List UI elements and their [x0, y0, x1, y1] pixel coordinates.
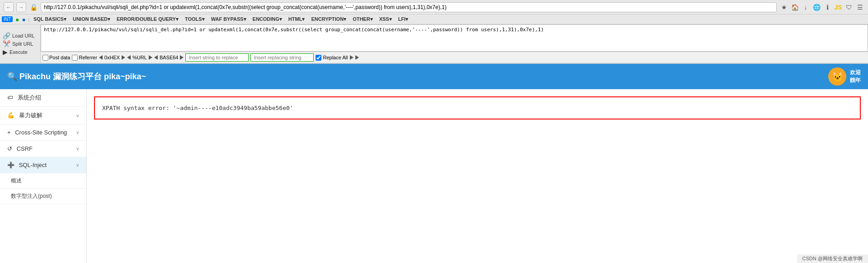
csrf-icon: ↺: [7, 145, 12, 152]
avatar: 🐱: [828, 67, 846, 86]
execute-label: Execute: [9, 49, 28, 55]
referrer-check[interactable]: [72, 55, 78, 61]
menu-error-double[interactable]: ERROR/DOUBLE QUERY▾: [114, 15, 181, 23]
site-header-right: 🐱 欢迎 靓年: [828, 67, 861, 86]
sidebar-sub-numeric-post[interactable]: 数字型注入(post): [0, 189, 86, 204]
forward-button[interactable]: →: [16, 2, 26, 12]
username-text: 靓年: [850, 77, 861, 84]
menu-tools[interactable]: TOOLS▾: [182, 15, 208, 23]
hackbar-side-buttons: 🔗 Load URL ✂️ Split URL ▶ Execute: [0, 24, 41, 63]
int-badge[interactable]: INT: [2, 16, 13, 22]
execute-button[interactable]: ▶ Execute: [0, 48, 40, 56]
arrow-right-hex: [122, 55, 125, 60]
menu-other[interactable]: OTHER▾: [350, 15, 376, 23]
menu-xss[interactable]: XSS▾: [377, 15, 395, 23]
insert-string-replace-input[interactable]: [185, 53, 249, 62]
menu-encryption[interactable]: ENCRYPTION▾: [308, 15, 349, 23]
back-button[interactable]: ←: [4, 2, 14, 12]
shield-icon[interactable]: 🛡: [844, 3, 854, 12]
hackbar-url-textarea[interactable]: http://127.0.0.1/pikachu/vul/sqli/sqli_d…: [41, 24, 868, 52]
arrow-right-url: [149, 55, 152, 60]
sidebar-bruteforce-label: 暴力破解: [19, 112, 42, 119]
menu-union-based[interactable]: UNION BASED▾: [70, 15, 113, 23]
menu-html[interactable]: HTML▾: [286, 15, 308, 23]
sidebar-item-sqlinject[interactable]: ➕ SQL-Inject ∨: [0, 157, 86, 173]
green-dot: ●: [15, 16, 19, 23]
hackbar-menu: INT ● ● | SQL BASICS▾ UNION BASED▾ ERROR…: [0, 14, 868, 24]
sidebar-numeric-post-label: 数字型注入(post): [11, 193, 52, 199]
footer-text: CSDN @网络安全真难学啊: [802, 256, 863, 261]
referrer-checkbox[interactable]: Referrer: [72, 55, 97, 61]
split-url-icon: ✂️: [3, 40, 10, 48]
site-header: 🔍 Pikachu 漏洞练习平台 pika~pika~ 🐱 欢迎 靓年: [0, 64, 868, 89]
sidebar-item-xss[interactable]: + Cross-Site Scripting ∨: [0, 124, 86, 141]
split-url-label: Split URL: [12, 41, 33, 47]
sidebar: 🏷 系统介绍 💪 暴力破解 ∨ + Cross-Site Scripting ∨…: [0, 89, 87, 263]
post-data-check[interactable]: [42, 55, 48, 61]
arrow-right-base64: [180, 55, 184, 60]
menu-lfi[interactable]: LFI▾: [396, 15, 411, 23]
sidebar-overview-label: 概述: [11, 177, 22, 184]
hackbar-url-area: http://127.0.0.1/pikachu/vul/sqli/sqli_d…: [41, 24, 868, 63]
home-icon[interactable]: 🏠: [790, 3, 799, 12]
sidebar-csrf-label: CSRF: [17, 145, 33, 152]
sidebar-sub-overview[interactable]: 概述: [0, 173, 86, 189]
xss-icon: +: [7, 129, 11, 136]
lock-icon: 🔒: [29, 3, 38, 12]
post-data-label: Post data: [49, 55, 70, 60]
arrow-left-hex: [99, 55, 103, 60]
site-header-left: 🔍 Pikachu 漏洞练习平台 pika~pika~: [7, 71, 146, 82]
chevron-down-icon-xss: ∨: [76, 130, 79, 135]
menu-encoding[interactable]: ENCODING▾: [250, 15, 285, 23]
site-footer: CSDN @网络安全真难学啊: [797, 254, 868, 263]
intro-icon: 🏷: [7, 94, 13, 101]
chevron-down-icon-sql: ∨: [76, 163, 79, 167]
error-message: XPATH syntax error: '~admin----e10adc394…: [102, 105, 293, 111]
sidebar-item-csrf[interactable]: ↺ CSRF ∨: [0, 141, 86, 157]
load-url-label: Load URL: [12, 33, 35, 38]
execute-icon: ▶: [3, 48, 8, 56]
load-url-button[interactable]: 🔗 Load URL: [0, 32, 40, 40]
insert-replacing-string-input[interactable]: [250, 53, 314, 62]
chevron-down-icon-csrf: ∨: [76, 146, 79, 151]
bookmark-icon[interactable]: ★: [779, 3, 788, 12]
hackbar-url-row: 🔗 Load URL ✂️ Split URL ▶ Execute http:/…: [0, 24, 868, 63]
sidebar-sqlinject-label: SQL-Inject: [19, 162, 47, 168]
replace-all-label: Replace All: [323, 55, 348, 60]
globe-icon: 🌐: [812, 3, 821, 12]
hackbar-toolbar: Post data Referrer 0xHEX %URL BASE64: [41, 52, 868, 63]
split-url-button[interactable]: ✂️ Split URL: [0, 40, 40, 48]
load-url-icon: 🔗: [3, 32, 10, 39]
main-panel: XPATH syntax error: '~admin----e10adc394…: [87, 89, 868, 263]
arrow-right-replace2: [355, 55, 359, 60]
arrow-right-replace: [350, 55, 354, 60]
browser-icons: ★ 🏠 ↓ 🌐 ℹ JS 🛡 ☰: [779, 3, 864, 12]
menu-sql-basics[interactable]: SQL BASICS▾: [31, 15, 69, 23]
sidebar-intro-label: 系统介绍: [18, 94, 41, 101]
base64-label: BASE64: [160, 55, 179, 60]
hackbar: INT ● ● | SQL BASICS▾ UNION BASED▾ ERROR…: [0, 14, 868, 64]
replace-all-check[interactable]: [316, 55, 321, 61]
menu-waf-bypass[interactable]: WAF BYPASS▾: [208, 15, 249, 23]
download-icon[interactable]: ↓: [801, 3, 810, 12]
post-data-checkbox[interactable]: Post data: [42, 55, 70, 61]
error-box: XPATH syntax error: '~admin----e10adc394…: [94, 96, 861, 120]
welcome-text: 欢迎: [850, 69, 861, 77]
hex-label: 0xHEX: [104, 55, 120, 60]
menu-icon[interactable]: ☰: [855, 3, 864, 12]
site-title: 🔍 Pikachu 漏洞练习平台 pika~pika~: [7, 71, 146, 82]
content-area: 🏷 系统介绍 💪 暴力破解 ∨ + Cross-Site Scripting ∨…: [0, 89, 868, 263]
arrow-left-base64: [154, 55, 158, 60]
url-encode-label: %URL: [132, 55, 147, 60]
browser-bar: ← → 🔒 ★ 🏠 ↓ 🌐 ℹ JS 🛡 ☰: [0, 0, 868, 14]
blue-dot: ●: [22, 16, 26, 23]
url-input[interactable]: [41, 2, 777, 12]
info-icon[interactable]: ℹ: [823, 3, 832, 12]
arrow-left-url: [127, 55, 131, 60]
bruteforce-icon: 💪: [7, 112, 14, 119]
js-icon: JS: [834, 3, 843, 12]
replace-all-checkbox[interactable]: Replace All: [316, 55, 348, 61]
sidebar-xss-label: Cross-Site Scripting: [15, 129, 67, 136]
sidebar-item-intro[interactable]: 🏷 系统介绍: [0, 89, 86, 107]
sidebar-item-bruteforce[interactable]: 💪 暴力破解 ∨: [0, 107, 86, 124]
